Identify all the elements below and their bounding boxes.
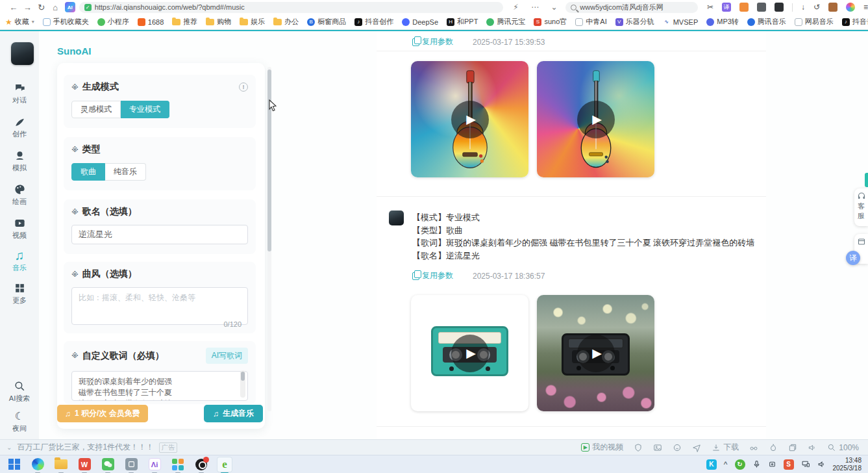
sogou-input-icon[interactable]: S (784, 459, 794, 470)
sidebar-item-chat[interactable]: 对话 (0, 81, 39, 105)
taskbar-360-browser-active[interactable]: e (217, 457, 232, 472)
bookmark-netease-music[interactable]: 网易音乐 (795, 17, 834, 27)
window-icon[interactable] (788, 443, 797, 452)
remote-control-icon[interactable] (768, 460, 776, 468)
textarea-scrollbar[interactable] (240, 370, 245, 398)
sidebar-item-more[interactable]: 更多 (0, 281, 39, 305)
taskbar-screenshot-tool[interactable] (123, 457, 139, 472)
menu-icon[interactable]: ≡ (863, 3, 868, 12)
type-instrumental-button[interactable]: 纯音乐 (105, 163, 146, 181)
network-icon[interactable] (801, 460, 810, 468)
image-icon[interactable] (653, 443, 662, 452)
lightning-icon[interactable]: ⚡ (510, 3, 523, 12)
reuse-params-link[interactable]: 复用参数 (412, 270, 453, 281)
glasses-icon[interactable] (749, 443, 758, 452)
microphone-icon[interactable] (752, 460, 761, 468)
sidebar-item-video[interactable]: 视频 (0, 216, 39, 240)
bookmark-folder-shopping[interactable]: 购物 (206, 17, 231, 27)
send-icon[interactable] (692, 443, 701, 452)
reuse-params-link[interactable]: 复用参数 (412, 36, 453, 47)
reading-mode-icon[interactable] (757, 3, 766, 12)
download-icon[interactable]: ↓ (801, 3, 805, 12)
info-icon[interactable]: ! (239, 83, 248, 92)
bookmark-phone-favs[interactable]: 手机收藏夹 (43, 17, 89, 27)
taskbar-ai-app[interactable]: Λi (147, 457, 162, 472)
song-cover-3[interactable]: ▶ (411, 295, 528, 411)
bookmark-mp3[interactable]: MP3转 (706, 17, 739, 27)
url-text[interactable]: https://ai.qianshouaigc.com/web/?qbmd#/m… (95, 3, 245, 11)
taskbar-wechat[interactable] (100, 457, 116, 472)
ai-write-lyrics-button[interactable]: AI写歌词 (206, 348, 248, 364)
screenshot-scissors-icon[interactable]: ✂ (707, 3, 713, 12)
bookmark-suno[interactable]: Ssuno官 (534, 17, 567, 27)
taskbar-wps[interactable]: W (77, 457, 92, 472)
bookmark-shop-window[interactable]: B橱窗商品 (307, 17, 346, 27)
bookmark-mvsep[interactable]: ∿MVSEP (663, 18, 699, 26)
speaker-icon[interactable] (808, 443, 817, 452)
download-button[interactable]: 下载 (712, 442, 739, 453)
generate-music-button[interactable]: ♫ 生成音乐 (204, 405, 263, 422)
undo-icon[interactable]: ↺ (813, 3, 820, 12)
shield-icon[interactable] (634, 443, 643, 452)
tray-expand-icon[interactable]: ^ (724, 460, 728, 469)
style-textarea[interactable] (71, 287, 248, 325)
page-zoom-control[interactable]: 100% (827, 443, 859, 452)
game-center-icon[interactable] (739, 3, 749, 12)
translate-icon[interactable]: 译 (722, 3, 731, 12)
volume-icon[interactable] (817, 460, 826, 468)
sidebar-item-draw[interactable]: 绘画 (0, 183, 39, 207)
bookmark-douyin-music[interactable]: ♪抖音音乐 (842, 17, 868, 27)
bookmark-favorites[interactable]: ★ 收藏 ▾ (5, 17, 34, 27)
bookmark-folder-recommend[interactable]: 推荐 (172, 17, 197, 27)
sidebar-item-music[interactable]: ♫ 音乐 (0, 249, 39, 273)
scrollbar-thumb[interactable] (241, 372, 245, 381)
song-name-input[interactable] (71, 225, 248, 244)
song-cover-4[interactable]: ▶ (537, 295, 654, 411)
search-text[interactable]: www5ydjcom清风dj音乐网 (580, 3, 663, 12)
user-avatar[interactable] (11, 42, 34, 65)
bookmark-zhongqing-ai[interactable]: 中青AI (575, 17, 606, 27)
refresh-icon[interactable]: ↻ (34, 3, 49, 12)
scrollbar-thumb[interactable] (267, 70, 271, 251)
back-icon[interactable]: ← (6, 3, 21, 12)
sidebar-item-night-mode[interactable]: ☾ 夜间 (0, 409, 39, 433)
bookmark-deepseek[interactable]: DeepSe (402, 18, 438, 26)
panel-scrollbar[interactable] (267, 67, 271, 411)
taskbar-clock[interactable]: 13:48 2025/3/18 (833, 457, 862, 472)
tray-green-app-icon[interactable]: ↻ (735, 459, 745, 470)
taskbar-obs[interactable] (193, 457, 209, 472)
bookmark-1688[interactable]: 1688 (138, 18, 164, 26)
play-button[interactable]: ▶ (577, 335, 615, 372)
taskbar-edge[interactable] (30, 457, 45, 472)
song-cover-1[interactable]: ▶ (411, 61, 528, 177)
bookmark-yuanbao[interactable]: 腾讯元宝 (486, 17, 525, 27)
ad-text[interactable]: 百万工厂货比三家，支持1件代发！！！ (17, 442, 154, 453)
credit-cost-button[interactable]: ♫ 1 积分/次 会员免费 (57, 405, 148, 422)
forward-icon[interactable]: → (21, 3, 35, 12)
collapse-chevron-icon[interactable]: ⌄ (6, 444, 12, 451)
translate-bubble-icon[interactable]: 译 (846, 251, 860, 265)
song-cover-2[interactable]: ▶ (537, 61, 654, 177)
sidebar-item-simulate[interactable]: 模拟 (0, 149, 39, 173)
bookmark-tencent-music[interactable]: 腾讯音乐 (747, 17, 786, 27)
home-icon[interactable]: ⌂ (49, 3, 63, 12)
address-bar[interactable]: ✓ https://ai.qianshouaigc.com/web/?qbmd#… (79, 2, 503, 13)
bookmark-douyin-create[interactable]: ♪抖音创作 (354, 17, 393, 27)
play-button[interactable]: ▶ (451, 101, 489, 138)
customer-service-widget[interactable]: 客 服 (854, 188, 868, 226)
browser-search-box[interactable]: www5ydjcom清风dj音乐网 (565, 2, 698, 13)
tray-k-app-icon[interactable]: K (706, 459, 717, 470)
flame-icon[interactable] (769, 443, 778, 452)
theme-ball-icon[interactable] (846, 3, 855, 12)
chevron-down-icon[interactable]: ⌄ (548, 3, 561, 12)
taskbar-app-grid[interactable] (170, 457, 186, 472)
side-tab-handle[interactable] (865, 173, 868, 187)
mode-professional-button[interactable]: 专业模式 (121, 101, 169, 118)
bookmark-miniprogram[interactable]: 小程序 (97, 17, 129, 27)
sidebar-item-ai-search[interactable]: AI搜索 (0, 379, 39, 403)
lyrics-textarea[interactable]: 斑驳的课桌刻着年少的倔强 磁带在书包里转了三十个夏 滚铁环穿过弄堂褪色的砖墙 (71, 371, 248, 401)
start-button[interactable] (6, 457, 22, 472)
my-videos-button[interactable]: ▶ 我的视频 (581, 442, 623, 453)
play-button[interactable]: ▶ (577, 101, 615, 138)
smiley-icon[interactable] (673, 443, 682, 452)
